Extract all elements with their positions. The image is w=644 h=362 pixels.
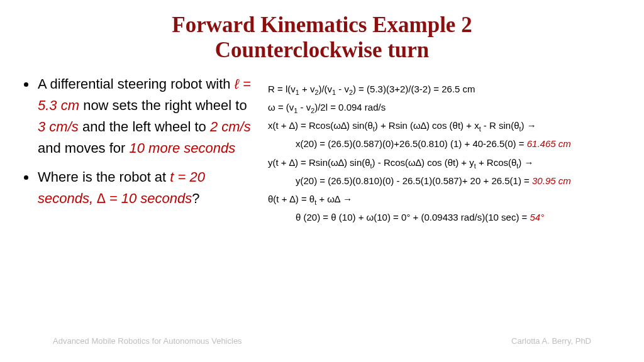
- t: θ (20) = θ (10) + ω(10) = 0° + (0.09433 …: [296, 212, 530, 222]
- text: ?: [192, 190, 199, 206]
- param-v1: 3 cm/s: [38, 119, 79, 134]
- t: - v: [297, 102, 311, 112]
- left-column: A differential steering robot with ℓ = 5…: [25, 74, 258, 217]
- t: ) + Rsin (ω∆) cos (θt) + x: [375, 120, 479, 131]
- text: and the left wheel to: [79, 119, 210, 134]
- text: and moves for: [38, 140, 130, 156]
- slide: Forward Kinematics Example 2 Countercloc…: [0, 0, 644, 362]
- slide-title: Forward Kinematics Example 2 Countercloc…: [25, 13, 619, 63]
- t: ) = (5.3)(3+2)/(3-2) = 26.5 cm: [353, 84, 475, 94]
- text: A differential steering robot with: [38, 76, 235, 92]
- t: R = l(v: [268, 84, 296, 94]
- param-duration: 10 more seconds: [130, 140, 236, 156]
- right-column: R = l(v1 + v2)/(v1 - v2) = (5.3)(3+2)/(3…: [268, 74, 619, 227]
- bullet-list: A differential steering robot with ℓ = 5…: [25, 74, 258, 210]
- text: now sets the right wheel to: [79, 97, 247, 113]
- calc-x20: x(20) = (26.5)(0.587)(0)+26.5(0.810) (1)…: [268, 134, 619, 153]
- footer: Advanced Mobile Robotics for Autonomous …: [0, 336, 644, 346]
- footer-left: Advanced Mobile Robotics for Autonomous …: [53, 336, 242, 346]
- t: x(t + ∆) = Rcos(ω∆) sin(θ: [268, 120, 373, 131]
- t: + v: [299, 84, 315, 94]
- t: - R sin(θ: [481, 120, 519, 131]
- bullet-1: A differential steering robot with ℓ = 5…: [36, 74, 258, 159]
- param-v2: 2 cm/s: [210, 119, 251, 134]
- text: Where is the robot at: [38, 169, 170, 185]
- answer-theta: 54°: [530, 212, 544, 222]
- content-columns: A differential steering robot with ℓ = 5…: [25, 74, 619, 227]
- calc-y: y(t + ∆) = Rsin(ω∆) sin(θt) - Rcos(ω∆) c…: [268, 153, 619, 172]
- t: ) - Rcos(ω∆) cos (θt) + y: [372, 157, 474, 168]
- t: y(t + ∆) = Rsin(ω∆) sin(θ: [268, 157, 370, 168]
- calc-theta: θ(t + ∆) = θt + ω∆ →: [268, 190, 619, 208]
- t: ω = (v: [268, 102, 294, 112]
- calc-x: x(t + ∆) = Rcos(ω∆) sin(θt) + Rsin (ω∆) …: [268, 116, 619, 134]
- bullet-2: Where is the robot at t = 20 seconds, ∆ …: [36, 167, 258, 209]
- calc-theta20: θ (20) = θ (10) + ω(10) = 0° + (0.09433 …: [268, 208, 619, 226]
- t: x(20) = (26.5)(0.587)(0)+26.5(0.810) (1)…: [296, 138, 527, 149]
- t: + Rcos(θ: [476, 157, 517, 168]
- answer-y: 30.95 cm: [532, 175, 571, 186]
- t: )/(v: [318, 84, 332, 94]
- t: )/2l = 0.094 rad/s: [314, 102, 386, 112]
- calc-y20: y(20) = (26.5)(0.810)(0) - 26.5(1)(0.587…: [268, 172, 619, 190]
- title-line-1: Forward Kinematics Example 2: [172, 13, 472, 37]
- calc-omega: ω = (v1 - v2)/2l = 0.094 rad/s: [268, 98, 619, 116]
- footer-right: Carlotta A. Berry, PhD: [511, 336, 591, 346]
- answer-x: 61.465 cm: [527, 138, 571, 149]
- title-line-2: Counterclockwise turn: [215, 38, 430, 62]
- calc-r: R = l(v1 + v2)/(v1 - v2) = (5.3)(3+2)/(3…: [268, 80, 619, 98]
- t: - v: [336, 84, 349, 94]
- t: ) →: [521, 120, 536, 131]
- t: θ(t + ∆) = θ: [268, 194, 314, 204]
- t: ) →: [518, 157, 533, 168]
- t: + ω∆ →: [316, 194, 352, 204]
- t: y(20) = (26.5)(0.810)(0) - 26.5(1)(0.587…: [296, 175, 532, 186]
